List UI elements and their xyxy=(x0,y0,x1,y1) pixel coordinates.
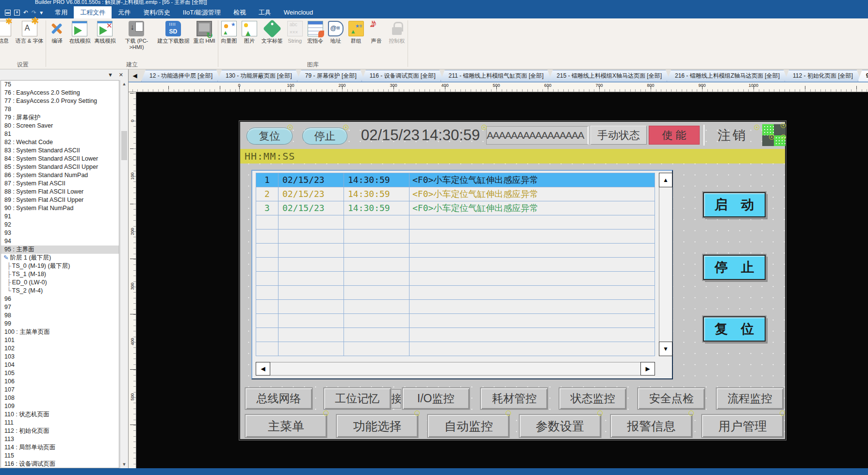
hmi-nav-button[interactable]: 总线网络 xyxy=(245,388,312,409)
window-tree-item[interactable]: 78 xyxy=(1,105,119,114)
window-tree-item[interactable]: 103 xyxy=(1,353,119,361)
menu-tab[interactable]: IIoT/能源管理 xyxy=(177,6,227,18)
window-tree-item[interactable]: 116 : 设备调试页面 xyxy=(1,460,119,468)
window-tree-item[interactable]: 111 xyxy=(1,419,119,427)
hmi-nav-button[interactable]: 流程监控 xyxy=(716,388,784,409)
hmi-mode-button[interactable]: 手动状态 xyxy=(590,126,647,145)
window-tree-item[interactable]: 105 xyxy=(1,369,119,377)
ribbon-item[interactable]: String xyxy=(285,21,305,45)
ribbon-item[interactable]: 图片 xyxy=(239,21,260,45)
document-tab[interactable]: 216 - 镭雕线上料模组Z轴马达页面 [全部] xyxy=(667,70,788,82)
window-tree-item[interactable]: 114 : 局部单动页面 xyxy=(1,443,119,452)
window-tree-item[interactable]: 80 : Screen Saver xyxy=(1,122,119,130)
scroll-down-icon[interactable]: ▼ xyxy=(120,460,128,468)
ribbon-item[interactable]: 语言 & 字体 xyxy=(14,21,45,44)
window-tree-item[interactable]: 82 : Wechat Code xyxy=(1,138,119,147)
window-tree-item[interactable]: 83 : System Standard ASCII xyxy=(1,147,119,155)
document-tab[interactable]: 130 - 功能屏蔽页面 [全部] xyxy=(217,70,300,82)
alarm-table-row[interactable] xyxy=(256,342,655,356)
scrollbar-thumb[interactable] xyxy=(121,131,127,160)
alarm-table-row[interactable]: 3 02/15/23 14:30:59 <F0>小车定位气缸伸出感应异常 xyxy=(256,201,655,215)
panel-close-icon[interactable]: ✕ xyxy=(119,72,123,78)
ribbon-item[interactable]: 建立下载数据 xyxy=(155,21,191,44)
window-tree-item[interactable]: 98 xyxy=(1,311,119,320)
hmi-nav-button[interactable]: 报警信息 xyxy=(610,414,692,438)
window-tree-item[interactable]: 75 xyxy=(1,81,119,89)
window-tree-item[interactable]: 110 : 状态机页面 xyxy=(1,410,119,419)
save-icon[interactable]: ▬ xyxy=(5,10,11,16)
ribbon-item[interactable]: 向量图 xyxy=(219,21,239,45)
window-tree-item[interactable]: 92 xyxy=(1,221,119,229)
window-tree-item[interactable]: 109 xyxy=(1,402,119,410)
undo-icon[interactable]: ↶ xyxy=(23,10,28,16)
design-canvas[interactable]: 复位 停止 02/15/23 14:30:59 AAAAAAAAAAAAAAAA… xyxy=(137,92,868,468)
hmi-start-button[interactable]: 启 动 xyxy=(703,192,766,217)
scroll-left-icon[interactable]: ◀ xyxy=(256,362,270,376)
hmi-nav-button[interactable]: 主菜单 xyxy=(245,414,327,438)
hmi-nav-button[interactable]: 自动监控 xyxy=(427,414,509,438)
ribbon-item[interactable]: 在线模拟 xyxy=(67,21,92,44)
window-tree-item[interactable]: 94 xyxy=(1,237,119,246)
hmi-stop-button[interactable]: 停 止 xyxy=(703,255,766,280)
hmi-nav-button[interactable]: I/O监控 xyxy=(402,388,470,409)
tab-scroll-left-icon[interactable]: ◀ xyxy=(129,70,141,82)
hmi-nav-button[interactable]: 状态监控 xyxy=(559,388,626,409)
hmi-nav-button[interactable]: 工位记忆 xyxy=(324,388,391,409)
window-tree-item[interactable]: 86 : System Standard NumPad xyxy=(1,171,119,180)
window-tree-item[interactable]: 77 : EasyAccess 2.0 Proxy Setting xyxy=(1,97,119,105)
window-tree-item[interactable]: 108 xyxy=(1,394,119,402)
alarm-table-row[interactable] xyxy=(256,328,655,342)
document-tab[interactable]: 112 - 初始化页面 [全部] xyxy=(785,70,861,82)
alarm-table-row[interactable] xyxy=(256,244,655,258)
window-tree-item[interactable]: 115 xyxy=(1,452,119,460)
document-tab[interactable]: 215 - 镭雕线上料模组X轴马达页面 [全部] xyxy=(548,70,670,82)
window-tree-item[interactable]: 88 : System Flat ASCII Lower xyxy=(1,188,119,196)
window-tree-item[interactable]: 99 xyxy=(1,320,119,328)
alarm-table-row[interactable]: 1 02/15/23 14:30:59 <F0>小车定位气缸伸出感应异常 xyxy=(256,173,655,187)
window-tree-item[interactable]: 107 xyxy=(1,386,119,394)
document-tab[interactable]: 95 - 主界面 [全部] xyxy=(858,70,868,82)
scroll-up-icon[interactable]: ▲ xyxy=(659,173,672,187)
window-tree-item[interactable]: TS_1 (M-18) xyxy=(1,270,119,278)
window-tree-item[interactable]: 97 xyxy=(1,303,119,311)
ribbon-item[interactable]: 地址 xyxy=(326,21,346,45)
ribbon-item[interactable]: 离线模拟 xyxy=(92,21,117,44)
alarm-table-row[interactable] xyxy=(256,215,655,229)
window-tree-item[interactable]: 84 : System Standard ASCII Lower xyxy=(1,155,119,163)
window-tree-item[interactable]: 112 : 初始化页面 xyxy=(1,427,119,435)
window-tree-item[interactable]: 102 xyxy=(1,344,119,353)
hmi-nav-button[interactable]: 用户管理 xyxy=(702,414,784,438)
window-tree-item[interactable]: 89 : System Flat ASCII Upper xyxy=(1,196,119,204)
alarm-table-row[interactable] xyxy=(256,272,655,286)
ribbon-item[interactable]: 声音 xyxy=(366,21,387,45)
hmi-nav-button[interactable]: 耗材管控 xyxy=(480,388,548,409)
ribbon-item[interactable]: 群组 xyxy=(346,21,366,45)
hmi-nav-button[interactable]: 参数设置 xyxy=(519,414,601,438)
menu-tab[interactable]: 资料/历史 xyxy=(137,6,177,18)
alarm-event-display[interactable]: 1 02/15/23 14:30:59 <F0>小车定位气缸伸出感应异常 2 0… xyxy=(251,170,673,379)
window-tree-item[interactable]: 95 : 主界面 xyxy=(1,246,119,254)
hmi-enable-button[interactable]: 使 能 xyxy=(649,126,700,145)
window-tree-item[interactable]: 阶层 1 (最下层) xyxy=(1,254,119,262)
ribbon-item[interactable]: 文字标签 xyxy=(260,21,285,45)
window-tree-item[interactable]: 93 xyxy=(1,229,119,237)
document-tab[interactable]: 12 - 功能选择中层 [全部] xyxy=(141,70,221,82)
window-tree-item[interactable]: 81 xyxy=(1,130,119,138)
scroll-right-icon[interactable]: ▶ xyxy=(640,362,655,376)
alarm-table-row[interactable] xyxy=(256,314,655,328)
hmi-screen[interactable]: 复位 停止 02/15/23 14:30:59 AAAAAAAAAAAAAAAA… xyxy=(239,121,786,440)
menu-tab[interactable]: 元件 xyxy=(112,6,137,18)
document-tab[interactable]: 79 - 屏幕保护 [全部] xyxy=(297,70,365,82)
alarm-table-row[interactable] xyxy=(256,286,655,300)
window-tree-item[interactable]: 96 xyxy=(1,295,119,303)
window-tree-item[interactable]: 100 : 主菜单页面 xyxy=(1,328,119,336)
hmi-stop-pill-button[interactable]: 停止 xyxy=(302,128,347,145)
window-tree-item[interactable]: 104 xyxy=(1,361,119,369)
ribbon-item[interactable]: 信息 xyxy=(0,21,14,44)
hmi-nav-button[interactable]: 功能选择 xyxy=(336,414,418,438)
window-tree-item[interactable]: TS_2 (M-4) xyxy=(1,287,119,295)
window-tree-item[interactable]: 90 : System Flat NumPad xyxy=(1,204,119,213)
window-tree-item[interactable]: 87 : System Flat ASCII xyxy=(1,180,119,188)
window-tree-item[interactable]: 79 : 屏幕保护 xyxy=(1,114,119,122)
window-tree-item[interactable]: TS_0 (M-19) (最下层) xyxy=(1,262,119,270)
